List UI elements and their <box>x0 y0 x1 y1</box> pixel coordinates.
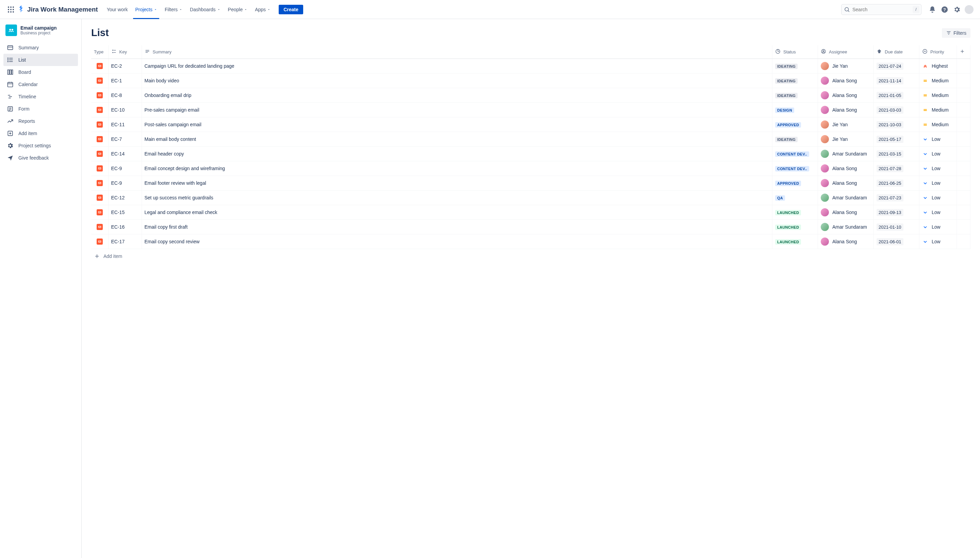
issue-summary[interactable]: Pre-sales campaign email <box>141 103 772 117</box>
sidebar-item-project-settings[interactable]: Project settings <box>3 140 78 152</box>
filters-button[interactable]: Filters <box>942 28 970 38</box>
table-row[interactable]: EC-11 Post-sales campaign email APPROVED… <box>91 117 970 132</box>
due-date-cell[interactable]: 2021-06-01 <box>874 235 919 249</box>
create-button[interactable]: Create <box>279 5 303 14</box>
sidebar-item-timeline[interactable]: Timeline <box>3 90 78 103</box>
status-lozenge[interactable]: IDEATING <box>775 137 798 142</box>
issue-key[interactable]: EC-15 <box>108 205 141 220</box>
issue-key[interactable]: EC-2 <box>108 59 141 74</box>
due-date-cell[interactable]: 2021-01-05 <box>874 88 919 103</box>
notifications-icon[interactable] <box>927 4 938 15</box>
priority-cell[interactable]: Medium <box>922 77 954 84</box>
issue-summary[interactable]: Email concept design and wireframing <box>141 161 772 176</box>
assignee-cell[interactable]: Jie Yan <box>821 120 871 129</box>
assignee-cell[interactable]: Alana Song <box>821 77 871 85</box>
issue-key[interactable]: EC-7 <box>108 132 141 147</box>
nav-item-your-work[interactable]: Your work <box>103 5 131 14</box>
assignee-cell[interactable]: Jie Yan <box>821 62 871 70</box>
app-switcher-icon[interactable] <box>5 4 16 15</box>
status-lozenge[interactable]: IDEATING <box>775 93 798 98</box>
due-date-cell[interactable]: 2021-03-15 <box>874 147 919 161</box>
due-date-cell[interactable]: 2021-07-23 <box>874 190 919 205</box>
table-row[interactable]: EC-7 Main email body content IDEATING Ji… <box>91 132 970 147</box>
help-icon[interactable]: ? <box>939 4 950 15</box>
issue-key[interactable]: EC-8 <box>108 88 141 103</box>
assignee-cell[interactable]: Amar Sundaram <box>821 194 871 202</box>
due-date-cell[interactable]: 2021-10-03 <box>874 117 919 132</box>
issue-key[interactable]: EC-9 <box>108 161 141 176</box>
due-date-cell[interactable]: 2021-06-25 <box>874 176 919 190</box>
assignee-cell[interactable]: Alana Song <box>821 91 871 99</box>
table-row[interactable]: EC-1 Main body video IDEATING Alana Song… <box>91 74 970 88</box>
column-header-due-date[interactable]: Due date <box>874 45 919 59</box>
sidebar-item-summary[interactable]: Summary <box>3 41 78 54</box>
nav-item-people[interactable]: People <box>225 5 251 14</box>
issue-key[interactable]: EC-12 <box>108 190 141 205</box>
status-lozenge[interactable]: LAUNCHED <box>775 239 801 245</box>
due-date-cell[interactable]: 2021-09-13 <box>874 205 919 220</box>
priority-cell[interactable]: Low <box>922 224 954 230</box>
sidebar-item-give-feedback[interactable]: Give feedback <box>3 152 78 164</box>
status-lozenge[interactable]: CONTENT DEV.. <box>775 151 809 157</box>
column-header-priority[interactable]: Priority <box>919 45 957 59</box>
profile-avatar[interactable] <box>964 4 975 15</box>
table-row[interactable]: EC-8 Onboarding email drip IDEATING Alan… <box>91 88 970 103</box>
sidebar-item-list[interactable]: List <box>3 54 78 66</box>
nav-item-apps[interactable]: Apps <box>251 5 274 14</box>
issue-key[interactable]: EC-11 <box>108 117 141 132</box>
sidebar-item-calendar[interactable]: Calendar <box>3 78 78 90</box>
sidebar-item-add-item[interactable]: Add item <box>3 127 78 140</box>
status-lozenge[interactable]: IDEATING <box>775 78 798 84</box>
assignee-cell[interactable]: Alana Song <box>821 238 871 246</box>
priority-cell[interactable]: Medium <box>922 121 954 128</box>
table-row[interactable]: EC-16 Email copy first draft LAUNCHED Am… <box>91 220 970 235</box>
priority-cell[interactable]: Low <box>922 209 954 215</box>
column-header-type[interactable]: Type <box>91 45 108 59</box>
assignee-cell[interactable]: Alana Song <box>821 106 871 114</box>
assignee-cell[interactable]: Amar Sundaram <box>821 150 871 158</box>
project-header[interactable]: Email campaign Business project <box>3 25 78 41</box>
column-header-status[interactable]: Status <box>772 45 818 59</box>
priority-cell[interactable]: Low <box>922 136 954 142</box>
due-date-cell[interactable]: 2021-03-03 <box>874 103 919 117</box>
issue-summary[interactable]: Post-sales campaign email <box>141 117 772 132</box>
priority-cell[interactable]: Low <box>922 180 954 186</box>
status-lozenge[interactable]: APPROVED <box>775 181 801 186</box>
search-input[interactable] <box>841 4 921 15</box>
issue-summary[interactable]: Email header copy <box>141 147 772 161</box>
table-row[interactable]: EC-14 Email header copy CONTENT DEV.. Am… <box>91 147 970 161</box>
column-header-assignee[interactable]: Assignee <box>818 45 874 59</box>
issue-summary[interactable]: Legal and compliance email check <box>141 205 772 220</box>
table-row[interactable]: EC-17 Email copy second review LAUNCHED … <box>91 235 970 249</box>
due-date-cell[interactable]: 2021-05-17 <box>874 132 919 147</box>
priority-cell[interactable]: Highest <box>922 63 954 69</box>
sidebar-item-form[interactable]: Form <box>3 103 78 115</box>
column-header-summary[interactable]: Summary <box>141 45 772 59</box>
nav-item-filters[interactable]: Filters <box>161 5 186 14</box>
status-lozenge[interactable]: DESIGN <box>775 108 794 113</box>
assignee-cell[interactable]: Alana Song <box>821 208 871 217</box>
issue-summary[interactable]: Main body video <box>141 74 772 88</box>
assignee-cell[interactable]: Amar Sundaram <box>821 223 871 231</box>
issue-key[interactable]: EC-17 <box>108 235 141 249</box>
due-date-cell[interactable]: 2021-11-14 <box>874 74 919 88</box>
add-item-row[interactable]: Add item <box>91 249 970 263</box>
issue-summary[interactable]: Main email body content <box>141 132 772 147</box>
issue-key[interactable]: EC-1 <box>108 74 141 88</box>
issue-key[interactable]: EC-9 <box>108 176 141 190</box>
issue-summary[interactable]: Onboarding email drip <box>141 88 772 103</box>
status-lozenge[interactable]: LAUNCHED <box>775 210 801 215</box>
issue-summary[interactable]: Campaign URL for dedicated landing page <box>141 59 772 74</box>
issue-key[interactable]: EC-10 <box>108 103 141 117</box>
status-lozenge[interactable]: QA <box>775 195 785 201</box>
nav-item-projects[interactable]: Projects <box>132 5 161 14</box>
table-row[interactable]: EC-15 Legal and compliance email check L… <box>91 205 970 220</box>
status-lozenge[interactable]: IDEATING <box>775 64 798 69</box>
settings-icon[interactable] <box>951 4 962 15</box>
due-date-cell[interactable]: 2021-01-10 <box>874 220 919 235</box>
assignee-cell[interactable]: Alana Song <box>821 164 871 172</box>
status-lozenge[interactable]: LAUNCHED <box>775 225 801 230</box>
issue-key[interactable]: EC-14 <box>108 147 141 161</box>
issue-summary[interactable]: Set up success metric guardrails <box>141 190 772 205</box>
due-date-cell[interactable]: 2021-07-28 <box>874 161 919 176</box>
